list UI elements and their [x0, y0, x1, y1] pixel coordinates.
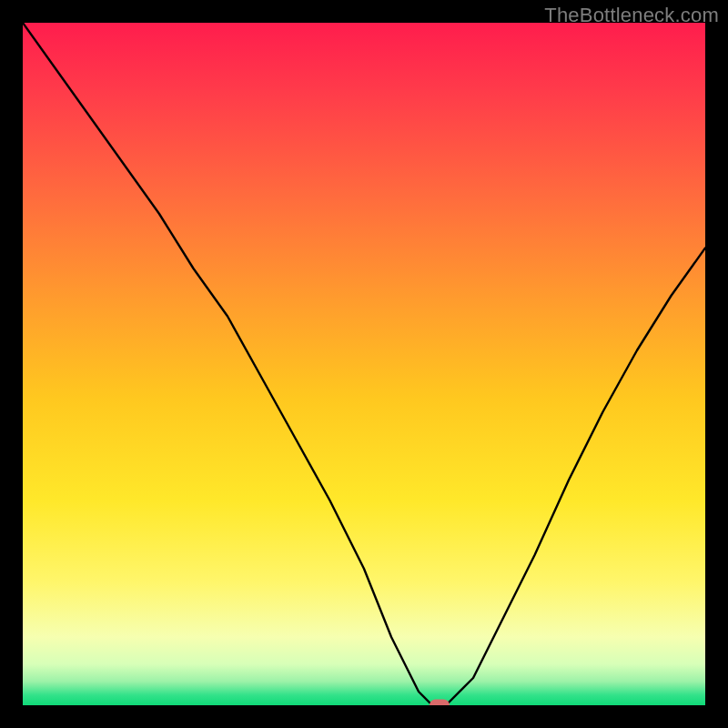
plot-area	[23, 23, 705, 705]
attribution-text: TheBottleneck.com	[544, 4, 719, 27]
optimal-marker	[430, 700, 450, 706]
bottleneck-curve	[23, 23, 705, 705]
chart-stage: TheBottleneck.com	[0, 0, 728, 728]
